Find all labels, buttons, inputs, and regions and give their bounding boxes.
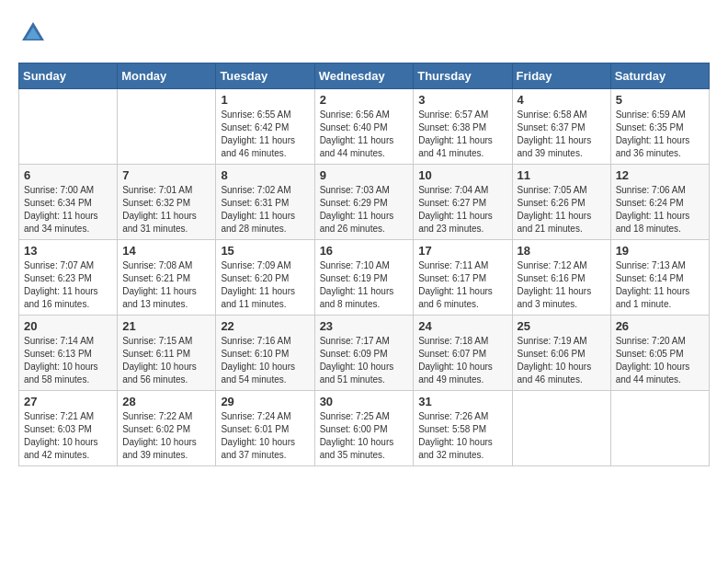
calendar-cell: 8Sunrise: 7:02 AM Sunset: 6:31 PM Daylig…	[216, 165, 314, 240]
day-detail: Sunrise: 6:55 AM Sunset: 6:42 PM Dayligh…	[221, 109, 309, 160]
day-detail: Sunrise: 7:01 AM Sunset: 6:32 PM Dayligh…	[122, 184, 210, 236]
day-number: 8	[221, 168, 309, 182]
calendar-cell: 18Sunrise: 7:12 AM Sunset: 6:16 PM Dayli…	[512, 240, 610, 316]
day-number: 3	[418, 93, 506, 107]
day-number: 17	[418, 244, 506, 258]
day-detail: Sunrise: 6:56 AM Sunset: 6:40 PM Dayligh…	[320, 109, 409, 160]
day-number: 5	[616, 93, 704, 107]
day-detail: Sunrise: 7:12 AM Sunset: 6:16 PM Dayligh…	[518, 259, 606, 311]
day-detail: Sunrise: 7:24 AM Sunset: 6:01 PM Dayligh…	[221, 410, 309, 462]
day-number: 16	[320, 244, 409, 258]
day-number: 13	[24, 244, 112, 258]
day-number: 31	[418, 395, 506, 408]
calendar-cell: 21Sunrise: 7:15 AM Sunset: 6:11 PM Dayli…	[118, 316, 216, 391]
calendar-cell: 22Sunrise: 7:16 AM Sunset: 6:10 PM Dayli…	[216, 316, 314, 391]
day-detail: Sunrise: 7:16 AM Sunset: 6:10 PM Dayligh…	[221, 335, 309, 386]
calendar-cell: 27Sunrise: 7:21 AM Sunset: 6:03 PM Dayli…	[19, 391, 118, 466]
day-number: 28	[122, 395, 210, 408]
day-number: 7	[122, 168, 210, 182]
day-number: 1	[221, 93, 309, 107]
calendar-cell: 5Sunrise: 6:59 AM Sunset: 6:35 PM Daylig…	[610, 89, 709, 165]
day-detail: Sunrise: 6:57 AM Sunset: 6:38 PM Dayligh…	[418, 109, 506, 160]
calendar-week-row: 20Sunrise: 7:14 AM Sunset: 6:13 PM Dayli…	[19, 316, 710, 391]
calendar-cell: 15Sunrise: 7:09 AM Sunset: 6:20 PM Dayli…	[216, 240, 314, 316]
day-number: 15	[221, 244, 309, 258]
calendar-cell: 24Sunrise: 7:18 AM Sunset: 6:07 PM Dayli…	[414, 316, 512, 391]
day-number: 14	[122, 244, 210, 258]
calendar-cell: 6Sunrise: 7:00 AM Sunset: 6:34 PM Daylig…	[19, 165, 118, 240]
weekday-header: Tuesday	[216, 63, 314, 89]
calendar-week-row: 13Sunrise: 7:07 AM Sunset: 6:23 PM Dayli…	[19, 240, 710, 316]
calendar-cell: 11Sunrise: 7:05 AM Sunset: 6:26 PM Dayli…	[512, 165, 610, 240]
day-detail: Sunrise: 7:03 AM Sunset: 6:29 PM Dayligh…	[320, 184, 409, 236]
calendar-cell: 4Sunrise: 6:58 AM Sunset: 6:37 PM Daylig…	[512, 89, 610, 165]
calendar-cell	[610, 391, 709, 466]
day-number: 6	[24, 168, 112, 182]
day-number: 12	[616, 168, 704, 182]
day-number: 19	[616, 244, 704, 258]
day-detail: Sunrise: 7:09 AM Sunset: 6:20 PM Dayligh…	[221, 259, 309, 311]
calendar-cell: 2Sunrise: 6:56 AM Sunset: 6:40 PM Daylig…	[314, 89, 414, 165]
calendar-cell: 3Sunrise: 6:57 AM Sunset: 6:38 PM Daylig…	[414, 89, 512, 165]
calendar-cell: 16Sunrise: 7:10 AM Sunset: 6:19 PM Dayli…	[314, 240, 414, 316]
day-number: 11	[518, 168, 606, 182]
day-detail: Sunrise: 7:19 AM Sunset: 6:06 PM Dayligh…	[518, 335, 606, 386]
day-detail: Sunrise: 6:58 AM Sunset: 6:37 PM Dayligh…	[518, 109, 606, 160]
calendar-cell: 10Sunrise: 7:04 AM Sunset: 6:27 PM Dayli…	[414, 165, 512, 240]
calendar-cell: 29Sunrise: 7:24 AM Sunset: 6:01 PM Dayli…	[216, 391, 314, 466]
day-number: 2	[320, 93, 409, 107]
calendar-week-row: 1Sunrise: 6:55 AM Sunset: 6:42 PM Daylig…	[19, 89, 710, 165]
calendar-cell: 20Sunrise: 7:14 AM Sunset: 6:13 PM Dayli…	[19, 316, 118, 391]
calendar-cell: 26Sunrise: 7:20 AM Sunset: 6:05 PM Dayli…	[610, 316, 709, 391]
day-number: 21	[122, 319, 210, 333]
weekday-header: Thursday	[414, 63, 512, 89]
logo	[18, 18, 51, 48]
calendar-cell: 19Sunrise: 7:13 AM Sunset: 6:14 PM Dayli…	[610, 240, 709, 316]
calendar-cell: 31Sunrise: 7:26 AM Sunset: 5:58 PM Dayli…	[414, 391, 512, 466]
day-number: 24	[418, 319, 506, 333]
calendar-week-row: 27Sunrise: 7:21 AM Sunset: 6:03 PM Dayli…	[19, 391, 710, 466]
day-detail: Sunrise: 7:02 AM Sunset: 6:31 PM Dayligh…	[221, 184, 309, 236]
day-number: 26	[616, 319, 704, 333]
calendar-week-row: 6Sunrise: 7:00 AM Sunset: 6:34 PM Daylig…	[19, 165, 710, 240]
calendar-cell: 23Sunrise: 7:17 AM Sunset: 6:09 PM Dayli…	[314, 316, 414, 391]
day-detail: Sunrise: 7:05 AM Sunset: 6:26 PM Dayligh…	[518, 184, 606, 236]
day-detail: Sunrise: 7:17 AM Sunset: 6:09 PM Dayligh…	[320, 335, 409, 386]
calendar-cell	[512, 391, 610, 466]
day-detail: Sunrise: 7:00 AM Sunset: 6:34 PM Dayligh…	[24, 184, 112, 236]
weekday-header-row: SundayMondayTuesdayWednesdayThursdayFrid…	[19, 63, 710, 89]
day-detail: Sunrise: 7:25 AM Sunset: 6:00 PM Dayligh…	[320, 410, 409, 462]
day-number: 25	[518, 319, 606, 333]
day-detail: Sunrise: 7:21 AM Sunset: 6:03 PM Dayligh…	[24, 410, 112, 462]
calendar-cell: 14Sunrise: 7:08 AM Sunset: 6:21 PM Dayli…	[118, 240, 216, 316]
calendar-cell: 12Sunrise: 7:06 AM Sunset: 6:24 PM Dayli…	[610, 165, 709, 240]
calendar-cell: 28Sunrise: 7:22 AM Sunset: 6:02 PM Dayli…	[118, 391, 216, 466]
day-detail: Sunrise: 7:06 AM Sunset: 6:24 PM Dayligh…	[616, 184, 704, 236]
day-detail: Sunrise: 7:18 AM Sunset: 6:07 PM Dayligh…	[418, 335, 506, 386]
calendar-cell: 1Sunrise: 6:55 AM Sunset: 6:42 PM Daylig…	[216, 89, 314, 165]
day-detail: Sunrise: 7:22 AM Sunset: 6:02 PM Dayligh…	[122, 410, 210, 462]
calendar-cell: 9Sunrise: 7:03 AM Sunset: 6:29 PM Daylig…	[314, 165, 414, 240]
calendar-cell	[118, 89, 216, 165]
page-header	[18, 18, 710, 48]
day-number: 29	[221, 395, 309, 408]
calendar-cell: 25Sunrise: 7:19 AM Sunset: 6:06 PM Dayli…	[512, 316, 610, 391]
day-number: 4	[518, 93, 606, 107]
calendar-cell: 30Sunrise: 7:25 AM Sunset: 6:00 PM Dayli…	[314, 391, 414, 466]
day-number: 27	[24, 395, 112, 408]
calendar-cell	[19, 89, 118, 165]
weekday-header: Sunday	[19, 63, 118, 89]
day-detail: Sunrise: 7:20 AM Sunset: 6:05 PM Dayligh…	[616, 335, 704, 386]
logo-icon	[18, 18, 48, 48]
weekday-header: Saturday	[610, 63, 709, 89]
day-number: 30	[320, 395, 409, 408]
day-detail: Sunrise: 7:08 AM Sunset: 6:21 PM Dayligh…	[122, 259, 210, 311]
day-number: 23	[320, 319, 409, 333]
day-number: 22	[221, 319, 309, 333]
weekday-header: Friday	[512, 63, 610, 89]
day-number: 18	[518, 244, 606, 258]
calendar-cell: 17Sunrise: 7:11 AM Sunset: 6:17 PM Dayli…	[414, 240, 512, 316]
day-detail: Sunrise: 7:15 AM Sunset: 6:11 PM Dayligh…	[122, 335, 210, 386]
day-detail: Sunrise: 7:04 AM Sunset: 6:27 PM Dayligh…	[418, 184, 506, 236]
calendar-cell: 13Sunrise: 7:07 AM Sunset: 6:23 PM Dayli…	[19, 240, 118, 316]
